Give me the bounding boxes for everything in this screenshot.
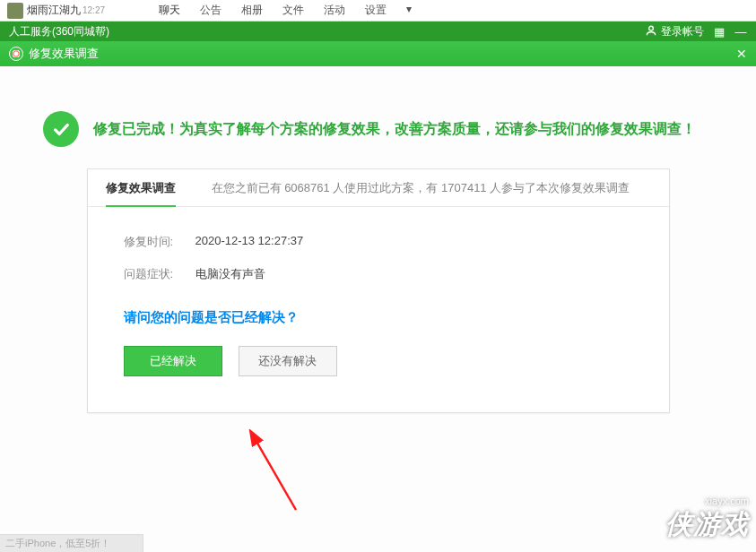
symptom-value: 电脑没有声音 [196,266,265,282]
time-badge: 12:27 [83,5,105,15]
bottom-ad-strip[interactable]: 二手iPhone，低至5折！ [0,534,143,552]
not-solved-button[interactable]: 还没有解决 [239,346,337,376]
survey-tab-label: 修复效果调查 [106,169,176,207]
repair-time-label: 修复时间: [124,234,196,250]
headline-row: 修复已完成！为真实了解每个方案的修复效果，改善方案质量，还请参与我们的修复效果调… [0,111,756,147]
repair-time-value: 2020-12-13 12:27:37 [196,234,304,250]
window-title: 修复效果调查 [29,46,99,62]
survey-stats: 在您之前已有 6068761 人使用过此方案，有 1707411 人参与了本次修… [212,180,630,196]
tab-files[interactable]: 文件 [282,3,304,18]
group-tab-bar: 烟雨江湖九 12:27 聊天 公告 相册 文件 活动 设置 ▾ [0,0,756,22]
close-icon[interactable]: ✕ [736,47,747,61]
tab-notice[interactable]: 公告 [200,3,222,18]
survey-body: 修复时间: 2020-12-13 12:27:37 问题症状: 电脑没有声音 请… [88,207,669,412]
service-label: 人工服务(360同城帮) [9,24,109,39]
minimize-icon[interactable]: — [734,25,747,38]
tab-more-icon[interactable]: ▾ [406,3,412,18]
solved-button[interactable]: 已经解决 [124,346,222,376]
svg-point-0 [649,26,654,30]
tab-album[interactable]: 相册 [241,3,263,18]
watermark-cn: 侠游戏 [665,509,749,539]
survey-header: 修复效果调查 在您之前已有 6068761 人使用过此方案，有 1707411 … [88,169,669,207]
survey-question: 请问您的问题是否已经解决？ [124,309,633,326]
tab-items: 聊天 公告 相册 文件 活动 设置 ▾ [159,3,412,18]
watermark-url: xiayx.com [665,496,749,506]
survey-box: 修复效果调查 在您之前已有 6068761 人使用过此方案，有 1707411 … [87,168,670,413]
user-icon [645,24,657,39]
login-label: 登录帐号 [661,24,704,39]
feedback-icon[interactable]: ▦ [713,25,726,38]
content-area: 修复已完成！为真实了解每个方案的修复效果，改善方案质量，还请参与我们的修复效果调… [0,66,756,552]
symptom-row: 问题症状: 电脑没有声音 [124,266,633,282]
login-button[interactable]: 登录帐号 [645,24,704,39]
arrow-annotation-icon [242,429,314,519]
app-icon [9,47,23,61]
headline-text: 修复已完成！为真实了解每个方案的修复效果，改善方案质量，还请参与我们的修复效果调… [93,120,696,139]
repair-time-row: 修复时间: 2020-12-13 12:27:37 [124,234,633,250]
group-name: 烟雨江湖九 [27,3,81,18]
service-bar: 人工服务(360同城帮) 登录帐号 ▦ — [0,22,756,41]
button-row: 已经解决 还没有解决 [124,346,633,376]
group-avatar [7,3,23,19]
symptom-label: 问题症状: [124,266,196,282]
tab-settings[interactable]: 设置 [365,3,387,18]
tab-activity[interactable]: 活动 [324,3,345,18]
svg-line-1 [256,440,296,510]
window-title-bar: 修复效果调查 ✕ [0,41,756,66]
tab-chat[interactable]: 聊天 [159,3,180,18]
success-check-icon [43,111,79,147]
watermark: xiayx.com 侠游戏 [665,498,749,543]
